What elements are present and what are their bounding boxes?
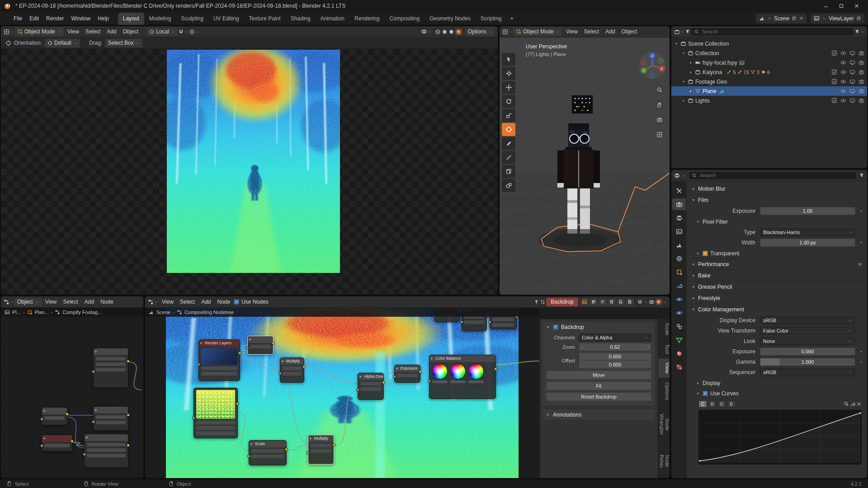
properties-tab-render[interactable] <box>672 198 686 210</box>
input-socket[interactable] <box>192 416 195 419</box>
outliner-item-fspy-focal-fspy[interactable]: fspy-focal.fspy <box>671 58 867 67</box>
properties-tab-modifiers[interactable] <box>672 280 686 291</box>
chevron-down-icon[interactable] <box>10 300 14 304</box>
chevron-down-icon[interactable] <box>154 300 158 304</box>
dot-icon[interactable] <box>859 349 863 354</box>
input-socket[interactable] <box>246 347 249 350</box>
workspace-tab-rendering[interactable]: Rendering <box>349 13 384 25</box>
channel-r-button[interactable]: R <box>608 298 616 306</box>
curve-channel-b-button[interactable]: B <box>727 400 736 408</box>
tool-orientation-dropdown[interactable]: Default <box>45 39 80 47</box>
workspace-tab-modeling[interactable]: Modeling <box>144 13 176 25</box>
menu-add[interactable]: Add <box>104 27 119 36</box>
caret-right-icon[interactable] <box>689 61 693 65</box>
output-socket[interactable] <box>382 381 385 384</box>
comp-node-color-balance[interactable]: Color Balance <box>429 355 496 399</box>
compositor-canvas[interactable]: Scene›Compositing Nodetree ✓ Backdrop Ch… <box>145 308 670 478</box>
add-workspace-button[interactable]: + <box>507 14 518 23</box>
monitor-icon[interactable] <box>849 60 855 66</box>
output-socket[interactable] <box>236 402 239 405</box>
sidebar-tab-node-relax[interactable]: Node Relax <box>658 445 670 478</box>
dot-icon[interactable] <box>859 360 863 364</box>
comp-node-multiply[interactable]: Multiply <box>308 435 334 465</box>
caret-right-icon[interactable] <box>546 413 550 417</box>
node-editor-group-canvas[interactable]: Pl...›Plan...›Compify Footag... <box>1 308 143 478</box>
outliner-search-input[interactable] <box>701 28 851 35</box>
properties-search[interactable] <box>689 171 857 180</box>
zoom-button[interactable] <box>654 84 665 95</box>
eye-icon[interactable] <box>840 69 846 75</box>
comp-node-1[interactable] <box>247 336 274 355</box>
comp-node-render-layers[interactable]: Render Layers <box>198 339 240 381</box>
chevron-down-icon[interactable] <box>822 16 826 21</box>
input-socket[interactable] <box>92 420 95 423</box>
workspace-tab-shading[interactable]: Shading <box>286 13 316 25</box>
node-header[interactable]: Multiply <box>280 358 304 365</box>
use-nodes-checkbox[interactable]: ✓ <box>234 299 239 305</box>
arrows-ud-icon[interactable] <box>540 299 546 305</box>
menu-view[interactable]: View <box>64 27 82 36</box>
output-socket[interactable] <box>494 367 497 371</box>
comp-node-scale[interactable]: Scale <box>249 440 287 465</box>
node-header[interactable]: Alpha Over <box>358 373 383 380</box>
camera-photo-icon[interactable] <box>859 88 864 94</box>
output-socket[interactable] <box>71 440 74 443</box>
breadcrumb-item[interactable]: Scene <box>156 310 170 315</box>
viewlayer-selector[interactable]: ViewLayer <box>811 14 864 23</box>
sidebar-tab-tool[interactable]: Tool <box>658 340 670 358</box>
display-device-dropdown[interactable]: sRGB <box>760 316 855 324</box>
copy-icon[interactable] <box>856 16 861 21</box>
outliner-item-kaiyona[interactable]: Kaiyona57336 <box>671 67 867 77</box>
menu-add[interactable]: Add <box>602 27 618 36</box>
input-socket[interactable] <box>83 453 86 456</box>
sphere-render-icon[interactable] <box>456 29 462 35</box>
channel-g-button[interactable]: G <box>617 298 625 306</box>
funnel-icon[interactable] <box>685 29 690 34</box>
subpanel-display[interactable]: Display <box>688 378 866 388</box>
workspace-tab-texture-paint[interactable]: Texture Paint <box>244 13 286 25</box>
node-header[interactable] <box>85 434 128 441</box>
node-header[interactable] <box>248 336 273 343</box>
outliner-item-footage-geo[interactable]: Footage Geo <box>671 77 867 86</box>
input-socket[interactable] <box>247 455 250 458</box>
menu-window[interactable]: Window <box>67 14 94 23</box>
output-socket[interactable] <box>127 444 130 447</box>
menu-view[interactable]: View <box>42 297 60 306</box>
width-slider[interactable]: 1.00 px <box>760 239 855 247</box>
caret-right-icon[interactable] <box>681 99 686 103</box>
tool-addcube-button[interactable] <box>502 165 515 178</box>
menu-object[interactable]: Object <box>618 27 641 36</box>
node-header[interactable]: Multiply <box>308 435 334 442</box>
node-header[interactable]: Scale <box>249 441 286 447</box>
comp-node-3[interactable] <box>193 388 238 438</box>
channels-dropdown[interactable]: Color & Alpha <box>579 333 651 342</box>
offset-y-field[interactable]: 0.000 <box>579 361 651 369</box>
caret-right-icon[interactable] <box>689 70 693 75</box>
chevron-down-icon[interactable] <box>644 299 648 305</box>
output-socket[interactable] <box>302 365 306 368</box>
panel-color-management[interactable]: Color Management <box>688 304 866 315</box>
menu-select[interactable]: Select <box>60 297 81 306</box>
wrench-icon[interactable] <box>850 401 855 407</box>
mode-dropdown[interactable]: Object Mode <box>14 28 64 36</box>
camera-view-canvas[interactable] <box>1 49 498 295</box>
input-socket[interactable] <box>40 418 43 421</box>
workspace-tab-geometry-nodes[interactable]: Geometry Nodes <box>425 13 476 25</box>
output-socket[interactable] <box>127 360 130 363</box>
input-socket[interactable] <box>278 372 282 375</box>
properties-tab-view-layer[interactable] <box>672 225 686 237</box>
properties-tab-data[interactable] <box>672 334 686 346</box>
mode-dropdown[interactable]: Object Mode <box>513 28 562 36</box>
input-socket[interactable] <box>393 375 396 378</box>
eye-icon[interactable] <box>840 60 846 66</box>
printer-icon[interactable] <box>674 173 680 178</box>
workspace-tab-compositing[interactable]: Compositing <box>384 13 425 25</box>
search-icon[interactable] <box>844 401 849 407</box>
sidebar-tab-options[interactable]: Options <box>658 378 670 405</box>
overlay-icon[interactable] <box>649 299 655 305</box>
eye-icon[interactable] <box>840 98 846 103</box>
panel-performance[interactable]: Performance <box>688 258 866 270</box>
eye-icon[interactable] <box>840 88 846 94</box>
input-socket[interactable] <box>197 363 200 366</box>
menu-render[interactable]: Render <box>42 14 67 23</box>
